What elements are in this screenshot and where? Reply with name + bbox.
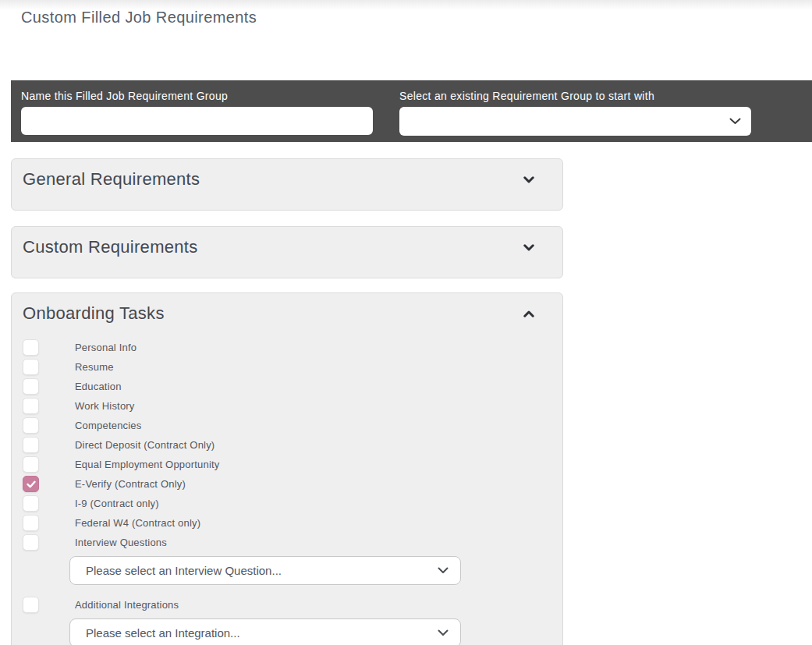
integration-select[interactable]: Please select an Integration... xyxy=(69,618,461,645)
task-row: Resume xyxy=(12,357,562,377)
section-onboarding-tasks: Onboarding Tasks Personal Info Resume Ed… xyxy=(11,292,563,645)
task-label: E-Verify (Contract Only) xyxy=(75,478,186,490)
task-select-wrap: Please select an Integration... xyxy=(69,618,461,645)
task-row: Direct Deposit (Contract Only) xyxy=(12,435,562,455)
check-icon xyxy=(27,480,36,488)
task-label: Education xyxy=(75,381,122,392)
task-checkbox[interactable] xyxy=(23,534,39,551)
section-custom-requirements: Custom Requirements xyxy=(11,226,563,278)
task-label: Federal W4 (Contract only) xyxy=(75,517,200,529)
task-label: Equal Employment Opportunity xyxy=(75,459,220,470)
interview-question-select[interactable]: Please select an Interview Question... xyxy=(69,556,461,585)
section-title: Custom Requirements xyxy=(23,237,198,257)
task-checkbox[interactable] xyxy=(23,515,39,531)
task-checkbox[interactable] xyxy=(23,359,39,375)
task-row: Equal Employment Opportunity xyxy=(12,455,562,474)
section-title: General Requirements xyxy=(23,169,200,190)
toolbar: Name this Filled Job Requirement Group S… xyxy=(11,80,812,142)
task-select-wrap: Please select an Interview Question... xyxy=(69,556,461,585)
task-row: Additional Integrations xyxy=(12,595,562,615)
existing-group-field: Select an existing Requirement Group to … xyxy=(399,90,751,136)
task-checkbox[interactable] xyxy=(23,437,39,453)
task-label: Personal Info xyxy=(75,342,137,353)
task-row: Interview Questions xyxy=(12,533,562,552)
task-label: Interview Questions xyxy=(75,537,167,548)
chevron-down-icon xyxy=(523,244,534,251)
task-checkbox[interactable] xyxy=(23,339,39,356)
section-header-custom-requirements[interactable]: Custom Requirements xyxy=(12,227,562,257)
task-label: Resume xyxy=(75,361,114,373)
task-row: Education xyxy=(12,377,562,396)
section-title: Onboarding Tasks xyxy=(23,303,165,324)
section-header-general-requirements[interactable]: General Requirements xyxy=(12,159,562,190)
task-label: Work History xyxy=(75,400,135,412)
task-row: Personal Info xyxy=(12,338,562,357)
name-group-field: Name this Filled Job Requirement Group xyxy=(21,90,373,135)
task-checkbox[interactable] xyxy=(23,597,39,613)
chevron-down-icon xyxy=(523,176,534,183)
onboarding-task-list: Personal Info Resume Education Work Hist… xyxy=(12,338,562,645)
page-title: Custom Filled Job Requirements xyxy=(21,9,257,27)
task-checkbox[interactable] xyxy=(23,495,39,512)
chevron-up-icon xyxy=(523,310,534,317)
existing-group-label: Select an existing Requirement Group to … xyxy=(399,90,751,102)
task-label: Additional Integrations xyxy=(75,599,179,611)
task-row: I-9 (Contract only) xyxy=(12,494,562,513)
name-group-label: Name this Filled Job Requirement Group xyxy=(21,90,373,102)
task-checkbox[interactable] xyxy=(23,476,39,492)
section-header-onboarding-tasks[interactable]: Onboarding Tasks xyxy=(12,293,562,324)
task-row: Federal W4 (Contract only) xyxy=(12,513,562,533)
task-checkbox[interactable] xyxy=(23,398,39,414)
task-label: Competencies xyxy=(75,420,142,431)
task-row: Competencies xyxy=(12,416,562,435)
task-row: E-Verify (Contract Only) xyxy=(12,474,562,494)
section-general-requirements: General Requirements xyxy=(11,158,563,211)
name-group-input[interactable] xyxy=(21,107,373,135)
task-row: Work History xyxy=(12,396,562,416)
task-checkbox[interactable] xyxy=(23,456,39,473)
task-checkbox[interactable] xyxy=(23,417,39,434)
task-checkbox[interactable] xyxy=(23,378,39,395)
task-label: I-9 (Contract only) xyxy=(75,498,159,509)
existing-group-select[interactable] xyxy=(399,107,751,136)
task-label: Direct Deposit (Contract Only) xyxy=(75,439,215,451)
